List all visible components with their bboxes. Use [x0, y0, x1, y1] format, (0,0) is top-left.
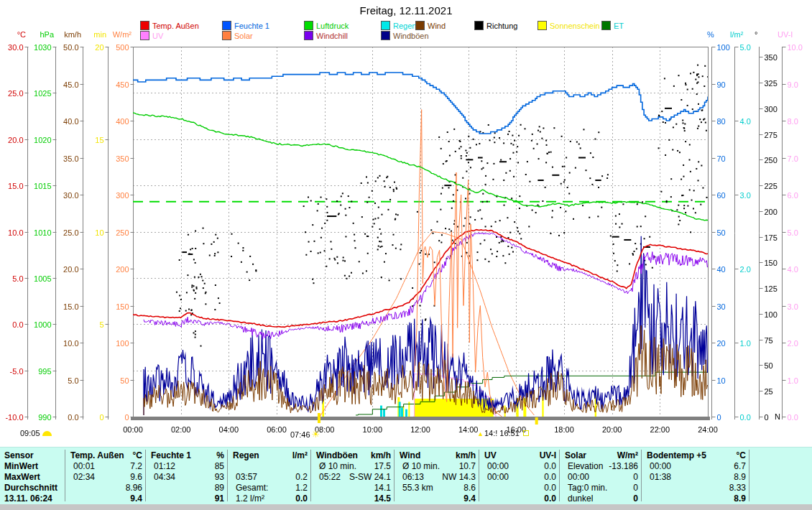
table-cell-value: 17.5 [374, 461, 391, 471]
table-column-unit: % [216, 450, 224, 460]
moonset-annotation: 09:05 [20, 429, 52, 437]
table-cell-time: 03:57 [236, 472, 257, 482]
table-cell-value: 0 [633, 472, 638, 482]
table-cell-value: -13.186 [609, 461, 638, 471]
weather-chart-canvas [0, 0, 812, 445]
table-cell-time: 00:00 [487, 472, 509, 482]
table-cell-value: 9.4 [130, 493, 142, 504]
table-column-name: Wind [400, 450, 420, 460]
table-cell-value: 0.0 [544, 493, 556, 504]
table-row-label: Durchschnitt [4, 483, 57, 493]
moonset-time: 09:05 [20, 429, 40, 437]
table-cell-value: 89 [215, 483, 224, 493]
table-cell-time: 55.3 km [402, 483, 433, 493]
table-column-name: Windböen [316, 450, 358, 460]
table-cell-value: 0.0 [295, 493, 308, 504]
table-cell-time: 00:00 [487, 461, 509, 471]
table-column-divider [479, 450, 479, 501]
table-cell-value: 6.7 [734, 461, 746, 471]
sunrise-annotation: 07:46☀ [290, 429, 320, 440]
table-cell-time: 06:13 [402, 472, 424, 482]
sun-icon: ☀ [312, 429, 320, 440]
table-cell-value: 91 [215, 493, 224, 504]
table-column-divider [394, 450, 395, 501]
table-cell-value: 85 [215, 461, 224, 471]
sunset-square-icon [523, 430, 529, 436]
table-cell-value: 1.2 [295, 483, 308, 493]
table-column-name: Bodentemp +5 [647, 450, 706, 460]
table-column-unit: °C [133, 450, 142, 460]
table-column-divider [641, 450, 642, 501]
table-cell-time: 00:00 [568, 472, 589, 482]
table-cell-time: dunkel [568, 493, 593, 504]
table-column-name: Feuchte 1 [151, 450, 191, 460]
table-column-unit: l/m² [292, 450, 308, 460]
table-cell-value: 14.5 [374, 493, 391, 504]
table-column-divider [227, 450, 228, 501]
table-cell-value: 10.7 [459, 461, 476, 471]
moonrise-sunset-times: 14:! 16:51 [484, 429, 520, 437]
table-cell-time: 01:38 [650, 472, 671, 482]
table-cell-time: Ø 10 min. [319, 461, 356, 471]
table-cell-value: 8.9 [734, 472, 746, 482]
table-cell-value: 8.33 [729, 483, 746, 493]
table-column-divider [145, 450, 146, 501]
table-cell-value: 8.6 [463, 483, 476, 493]
moonset-icon [42, 431, 52, 436]
table-column-name: Solar [565, 450, 586, 460]
table-cell-value: 9.6 [130, 472, 142, 482]
table-cell-value: NW 14.3 [442, 472, 476, 482]
table-cell-time: 05:22 [319, 472, 341, 482]
table-column-unit: km/h [456, 450, 476, 460]
table-cell-time: 04:34 [154, 472, 175, 482]
table-cell-value: 0.2 [295, 472, 308, 482]
sunrise-time: 07:46 [290, 430, 310, 439]
table-column-name: UV [484, 450, 497, 460]
table-column-unit: W/m² [617, 450, 638, 460]
table-cell-time: 00:01 [73, 461, 95, 471]
table-cell-time: Tag:0 min. [568, 483, 607, 493]
table-cell-value: S-SW 24.1 [349, 472, 391, 482]
table-cell-value: 9.4 [463, 493, 476, 504]
table-column-divider [65, 450, 65, 501]
moonrise-icon: ▲ [477, 430, 484, 437]
page-title: Freitag, 12.11.2021 [0, 4, 812, 17]
table-cell-time: 00:00 [650, 461, 671, 471]
table-cell-time: 1.2 l/m² [236, 493, 264, 504]
table-cell-time: Elevation [568, 461, 603, 471]
table-cell-time: 02:34 [73, 472, 95, 482]
table-row-label: Sensor [4, 450, 34, 460]
stats-table: SensorMinWertMaxWertDurchschnitt13.11. 0… [0, 447, 812, 505]
table-column-unit: km/h [371, 450, 391, 460]
table-cell-value: 0.0 [544, 461, 556, 471]
table-column-divider [749, 450, 749, 501]
table-row-label: MaxWert [4, 472, 40, 482]
bottom-strip [0, 504, 812, 510]
table-column-divider [310, 450, 311, 501]
table-row-label: 13.11. 06:24 [4, 493, 52, 504]
table-cell-value: 8.96 [126, 483, 142, 493]
table-cell-value: 93 [215, 472, 224, 482]
table-cell-value: 8.9 [734, 493, 746, 504]
weather-app-window: Freitag, 12.11.2021 Temp. AußenFeuchte 1… [0, 0, 812, 510]
table-cell-value: 0 [633, 483, 638, 493]
table-cell-value: 0.0 [544, 483, 556, 493]
table-column-divider [559, 450, 560, 501]
table-column-unit: °C [737, 450, 746, 460]
table-cell-value: 0.0 [544, 472, 556, 482]
table-cell-value: 7.2 [130, 461, 142, 471]
table-cell-time: 01:12 [154, 461, 175, 471]
table-column-unit: UV-I [540, 450, 556, 460]
table-row-label: MinWert [4, 461, 38, 471]
table-column-name: Regen [233, 450, 259, 460]
table-cell-value: 14.1 [374, 483, 391, 493]
table-cell-value: 0 [633, 493, 638, 504]
table-column-name: Temp. Außen [70, 450, 124, 460]
table-cell-time: Ø 10 min. [402, 461, 440, 471]
table-cell-time: Gesamt: [236, 483, 268, 493]
moonrise-sunset-annotation: ▲14:! 16:51 [477, 429, 529, 437]
